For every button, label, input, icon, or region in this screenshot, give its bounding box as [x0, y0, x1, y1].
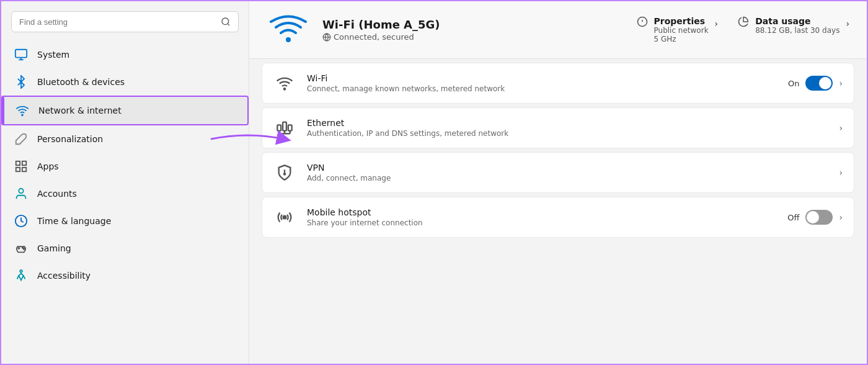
svg-point-5	[22, 114, 23, 115]
brush-icon	[14, 132, 29, 146]
hotspot-setting-item[interactable]: Mobile hotspot Share your internet conne…	[262, 197, 854, 238]
hotspot-icon	[273, 206, 296, 228]
sidebar-item-personalization-label: Personalization	[37, 134, 103, 144]
person-icon	[14, 186, 29, 201]
wifi-toggle-thumb	[819, 77, 831, 89]
sidebar-item-network-label: Network & internet	[38, 106, 122, 115]
clock-icon	[14, 214, 29, 228]
ethernet-icon	[273, 117, 296, 139]
hotspot-setting-title: Mobile hotspot	[307, 207, 776, 217]
sidebar-item-bluetooth-label: Bluetooth & devices	[37, 77, 125, 87]
vpn-chevron: ›	[839, 168, 843, 178]
svg-rect-9	[22, 168, 26, 171]
sidebar-item-accounts[interactable]: Accounts	[1, 180, 249, 207]
sidebar-item-gaming[interactable]: Gaming	[1, 235, 249, 262]
hotspot-toggle[interactable]	[805, 210, 833, 225]
apps-icon	[14, 159, 29, 174]
wifi-nav-icon	[15, 103, 30, 118]
svg-point-17	[286, 37, 291, 42]
sidebar-item-gaming-label: Gaming	[37, 243, 71, 253]
sidebar-item-apps[interactable]: Apps	[1, 153, 249, 180]
hotspot-setting-text: Mobile hotspot Share your internet conne…	[307, 207, 776, 227]
wifi-setting-text: Wi-Fi Connect, manage known networks, me…	[307, 73, 777, 93]
svg-rect-26	[288, 125, 292, 130]
sidebar-item-time-label: Time & language	[37, 216, 111, 226]
settings-list: Wi-Fi Connect, manage known networks, me…	[249, 59, 867, 364]
ethernet-setting-text: Ethernet Authentication, IP and DNS sett…	[307, 118, 828, 138]
svg-point-33	[283, 216, 286, 219]
vpn-setting-text: VPN Add, connect, manage	[307, 163, 828, 182]
vpn-setting-item[interactable]: VPN Add, connect, manage ›	[262, 152, 854, 193]
hotspot-toggle-thumb	[807, 211, 819, 223]
svg-rect-25	[283, 122, 286, 131]
wifi-title: Wi-Fi (Home A_5G)	[322, 18, 624, 31]
svg-point-0	[222, 18, 229, 25]
active-indicator	[2, 97, 4, 124]
monitor-icon	[14, 47, 29, 62]
sidebar-item-time[interactable]: Time & language	[1, 207, 249, 235]
bluetooth-icon	[14, 74, 29, 89]
data-usage-text: Data usage 88.12 GB, last 30 days	[755, 16, 839, 35]
sidebar-item-network[interactable]: Network & internet	[1, 96, 249, 125]
wifi-properties: Properties Public network 5 GHz › Data u…	[637, 16, 849, 43]
sidebar-item-accessibility-label: Accessibility	[37, 271, 91, 281]
gamepad-icon	[14, 241, 29, 256]
svg-point-23	[284, 88, 285, 89]
svg-line-1	[228, 24, 229, 25]
sidebar-item-system-label: System	[37, 50, 69, 60]
vpn-setting-title: VPN	[307, 163, 828, 173]
ethernet-setting-title: Ethernet	[307, 118, 828, 128]
wifi-toggle[interactable]	[805, 76, 833, 91]
sidebar-item-bluetooth[interactable]: Bluetooth & devices	[1, 68, 249, 96]
vpn-setting-right: ›	[839, 168, 843, 178]
sidebar: System Bluetooth & devices Network & int…	[1, 1, 249, 364]
hotspot-setting-subtitle: Share your internet connection	[307, 219, 776, 227]
sidebar-item-accessibility[interactable]: Accessibility	[1, 262, 249, 289]
wifi-setting-icon	[273, 72, 296, 94]
sidebar-item-personalization[interactable]: Personalization	[1, 125, 249, 153]
vpn-icon	[273, 161, 296, 184]
wifi-large-icon	[267, 11, 310, 48]
sidebar-item-system[interactable]: System	[1, 41, 249, 68]
search-box[interactable]	[11, 11, 239, 32]
svg-rect-24	[277, 125, 281, 130]
info-icon	[637, 16, 648, 27]
wifi-setting-right: On ›	[788, 76, 843, 91]
ethernet-setting-subtitle: Authentication, IP and DNS settings, met…	[307, 129, 828, 138]
svg-rect-8	[16, 168, 20, 171]
svg-rect-6	[16, 161, 20, 165]
hotspot-setting-right: Off ›	[787, 210, 843, 225]
hotspot-chevron: ›	[839, 212, 843, 222]
ethernet-setting-right: ›	[839, 123, 843, 133]
data-usage-chevron: ›	[846, 19, 849, 29]
search-input[interactable]	[19, 17, 216, 27]
wifi-status: Connected, secured	[322, 32, 624, 42]
data-usage-icon	[738, 16, 749, 27]
properties-link[interactable]: Properties Public network 5 GHz ›	[637, 16, 719, 43]
sidebar-item-apps-label: Apps	[37, 161, 59, 171]
svg-point-32	[284, 173, 285, 174]
data-usage-link[interactable]: Data usage 88.12 GB, last 30 days ›	[738, 16, 849, 43]
wifi-setting-subtitle: Connect, manage known networks, metered …	[307, 84, 777, 93]
properties-chevron: ›	[715, 19, 719, 29]
search-icon	[221, 17, 231, 27]
wifi-toggle-label: On	[788, 79, 799, 88]
ethernet-chevron: ›	[839, 123, 843, 133]
main-content: Wi-Fi (Home A_5G) Connected, secured Pro…	[249, 1, 867, 364]
properties-text: Properties Public network 5 GHz	[654, 16, 709, 43]
ethernet-setting-item[interactable]: Ethernet Authentication, IP and DNS sett…	[262, 107, 854, 148]
svg-point-10	[19, 189, 23, 193]
svg-point-16	[20, 270, 22, 273]
wifi-header: Wi-Fi (Home A_5G) Connected, secured Pro…	[249, 1, 867, 59]
vpn-setting-subtitle: Add, connect, manage	[307, 174, 828, 182]
accessibility-icon	[14, 268, 29, 283]
svg-rect-2	[16, 50, 27, 58]
svg-rect-7	[22, 161, 26, 165]
globe-icon	[322, 33, 331, 42]
sidebar-item-accounts-label: Accounts	[37, 189, 77, 199]
wifi-info: Wi-Fi (Home A_5G) Connected, secured	[322, 18, 624, 42]
wifi-chevron: ›	[839, 78, 843, 88]
svg-point-15	[24, 248, 25, 250]
wifi-setting-item[interactable]: Wi-Fi Connect, manage known networks, me…	[262, 63, 854, 104]
wifi-setting-title: Wi-Fi	[307, 73, 777, 83]
